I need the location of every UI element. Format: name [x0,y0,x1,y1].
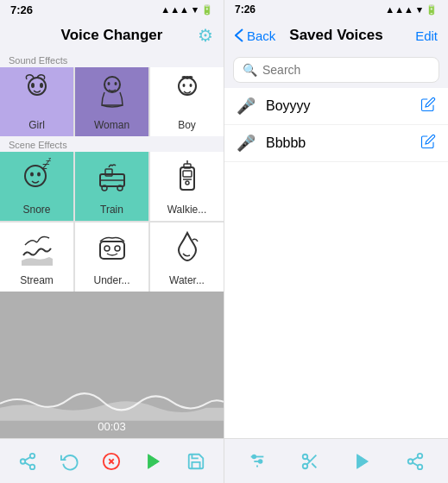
left-panel: 7:26 ▲▲▲ ▾ 🔋 Voice Changer ⚙ Sound Effec… [0,0,224,483]
right-wifi-icon: ▾ [417,4,422,16]
share-button[interactable] [12,446,43,477]
sound-effects-label: Sound Effects [0,52,224,67]
right-header: Back Saved Voices Edit [224,19,448,52]
water-icon [168,228,206,271]
svg-point-9 [186,76,189,79]
svg-point-44 [303,463,308,468]
stream-label: Stream [20,274,54,286]
svg-point-1 [31,83,35,88]
svg-marker-48 [357,454,368,468]
svg-point-31 [30,464,35,469]
svg-point-7 [182,84,185,87]
effect-train[interactable]: Train [75,152,148,221]
snore-label: Snore [22,204,50,216]
train-label: Train [100,204,123,216]
back-button[interactable]: Back [235,28,275,43]
svg-point-27 [104,246,110,251]
effect-under[interactable]: Under... [75,223,148,292]
save-button[interactable] [180,446,211,477]
right-panel-title: Saved Voices [289,27,382,44]
filter-button[interactable] [242,446,273,477]
right-signal-icon: ▲▲▲ [385,4,413,15]
svg-point-43 [303,454,308,459]
svg-line-52 [412,462,417,466]
snore-icon: Z Z Z [18,157,56,200]
search-input[interactable] [262,63,430,77]
mic-icon-1: 🎤 [237,134,256,153]
right-time: 7:26 [235,3,256,16]
scene-effects-grid: Z Z Z Snore Train [0,152,224,292]
svg-rect-23 [184,164,191,168]
scissors-button[interactable] [294,446,325,477]
right-bottom-toolbar [224,438,448,483]
svg-point-22 [186,181,189,185]
boy-icon [168,72,206,116]
right-status-icons: ▲▲▲ ▾ 🔋 [385,4,438,16]
girl-icon [18,72,56,116]
edit-button[interactable]: Edit [415,28,438,43]
left-time: 7:26 [10,3,33,16]
voice-edit-icon-1[interactable] [420,134,436,153]
svg-point-6 [179,78,196,95]
effect-girl[interactable]: Girl [0,67,73,136]
svg-point-30 [21,459,26,464]
effect-snore[interactable]: Z Z Z Snore [0,152,73,221]
search-icon: 🔍 [243,63,257,77]
effect-walkie[interactable]: Walkie... [150,152,224,221]
voice-name-1: Bbbbb [266,135,420,151]
voice-item-0[interactable]: 🎤 Boyyyy [224,88,448,125]
boy-label: Boy [178,119,196,131]
under-label: Under... [93,274,129,286]
stream-icon [18,228,56,271]
svg-line-33 [25,456,30,460]
left-bottom-toolbar [0,438,224,483]
effect-stream[interactable]: Stream [0,223,73,292]
right-play-button[interactable] [347,446,378,477]
timer-display: 00:03 [98,420,126,433]
left-app-title: Voice Changer [61,27,163,44]
back-label: Back [247,28,275,43]
mic-icon-0: 🎤 [237,97,256,116]
svg-point-11 [30,172,34,177]
walkie-icon [168,157,206,200]
voice-edit-icon-0[interactable] [420,97,436,116]
train-icon [93,157,131,200]
svg-point-8 [189,84,192,87]
search-bar: 🔍 [233,57,439,83]
left-status-icons: ▲▲▲ ▾ 🔋 [161,4,213,16]
right-battery-icon: 🔋 [426,4,438,16]
voice-item-1[interactable]: 🎤 Bbbbb [224,125,448,162]
left-status-bar: 7:26 ▲▲▲ ▾ 🔋 [0,0,224,19]
sound-effects-grid: Girl Woman [0,67,224,136]
svg-line-32 [25,462,30,466]
svg-point-3 [104,77,120,92]
svg-point-28 [115,246,120,251]
water-label: Water... [169,274,205,286]
svg-rect-26 [100,242,124,259]
woman-label: Woman [94,119,129,131]
scene-effects-label: Scene Effects [0,136,224,152]
right-share-button[interactable] [400,446,431,477]
left-header: Voice Changer ⚙ [0,19,224,52]
svg-line-53 [412,456,417,460]
undo-button[interactable] [54,446,85,477]
effect-water[interactable]: Water... [150,223,224,292]
under-icon [93,228,131,271]
effect-boy[interactable]: Boy [150,67,224,136]
svg-rect-21 [183,171,192,177]
effect-woman[interactable]: Woman [75,67,148,136]
svg-point-42 [259,460,262,463]
right-panel: 7:26 ▲▲▲ ▾ 🔋 Back Saved Voices Edit 🔍 🎤 … [224,0,448,483]
svg-marker-37 [148,454,160,468]
settings-button[interactable]: ⚙ [198,25,213,46]
signal-icon: ▲▲▲ [161,4,189,15]
cancel-button[interactable] [96,446,127,477]
svg-point-51 [417,464,422,469]
play-button[interactable] [138,446,169,477]
right-status-bar: 7:26 ▲▲▲ ▾ 🔋 [224,0,448,19]
battery-icon: 🔋 [201,4,213,16]
wifi-icon: ▾ [192,4,198,16]
woman-icon [93,72,131,116]
girl-label: Girl [28,119,45,131]
svg-point-12 [37,172,41,177]
